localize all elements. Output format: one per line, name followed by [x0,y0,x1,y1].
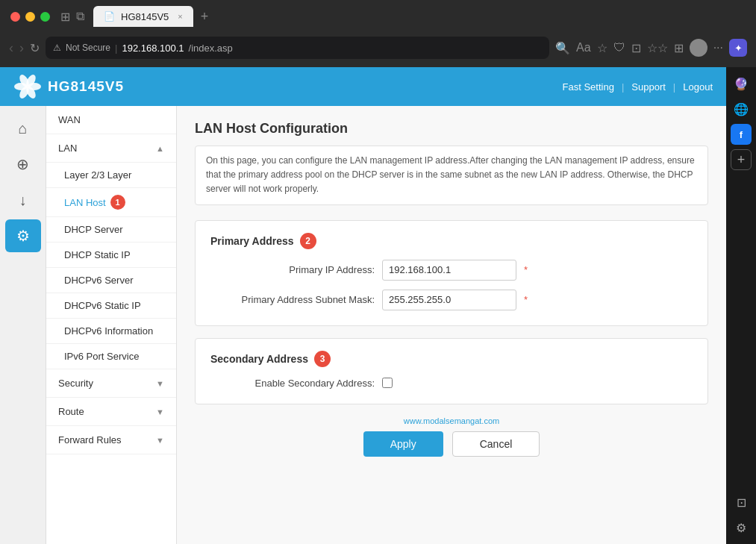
apply-button[interactable]: Apply [363,431,443,457]
primary-ip-row: Primary IP Address: * [210,260,693,281]
sidebar-icon-plus[interactable]: ⊕ [5,148,41,181]
nav-sub-dhcpv6info[interactable]: DHCPv6 Information [46,319,176,344]
ext-btn-add[interactable]: + [731,149,752,170]
route-arrow-icon: ▼ [156,407,164,416]
browser-action-translate[interactable]: Aa [576,41,591,54]
ext-btn-2[interactable]: 🌐 [731,99,752,119]
primary-ip-input[interactable] [382,260,516,281]
secondary-section-title: Secondary Address [210,353,308,365]
tab-split-icon[interactable]: ⧉ [76,10,84,23]
svg-point-5 [14,83,28,90]
url-separator: | [115,43,117,54]
right-extension-sidebar: 🔮 🌐 f + ⊡ ⚙ [726,67,756,544]
back-btn[interactable]: ‹ [9,40,13,56]
address-bar[interactable]: ⚠ Not Secure | 192.168.100.1 /index.asp [46,37,549,59]
huawei-logo-icon [13,72,42,101]
header-sep2: | [673,81,675,93]
nav-sub-dhcpstaticip[interactable]: DHCP Static IP [46,243,176,268]
step-badge-1: 1 [110,195,125,210]
enable-secondary-checkbox[interactable] [382,378,393,388]
nav-sub-dhcpv6server[interactable]: DHCPv6 Server [46,268,176,293]
browser-chrome: ⊞ ⧉ 📄 HG8145V5 × + ‹ › ↻ ⚠ Not Secure | … [0,0,756,67]
nav-menu: WAN LAN ▲ Layer 2/3 Layer LAN Host 1 DHC… [46,106,177,544]
enable-secondary-label: Enable Secondary Address: [210,378,375,389]
app-container: HG8145V5 Fast Setting | Support | Logout… [0,67,726,544]
browser-action-favorites[interactable]: ☆☆ [647,41,668,55]
support-link[interactable]: Support [631,81,666,93]
browser-action-profile[interactable] [690,39,707,57]
huawei-logo: HG8145V5 [13,72,124,101]
traffic-light-red[interactable] [10,12,20,22]
nav-item-security[interactable]: Security ▼ [46,369,176,398]
ext-btn-gear[interactable]: ⚙ [731,517,752,538]
app-body: ⌂ ⊕ ↓ ⚙ WAN LAN ▲ Layer 2/3 Layer LAN Ho… [0,106,726,544]
browser-action-extension[interactable]: ✦ [729,39,747,57]
traffic-light-green[interactable] [40,12,50,22]
browser-action-collections[interactable]: ⊞ [674,41,684,55]
nav-sub-ipv6port[interactable]: IPv6 Port Service [46,344,176,369]
tab-close-btn[interactable]: × [178,12,182,21]
primary-section-title: Primary Address [210,235,294,247]
address-bar-row: ‹ › ↻ ⚠ Not Secure | 192.168.100.1 /inde… [0,33,756,63]
enable-secondary-row: Enable Secondary Address: [210,378,693,389]
lan-arrow-icon: ▲ [156,144,164,153]
primary-subnet-row: Primary Address Subnet Mask: * [210,290,693,310]
forward-btn[interactable]: › [19,40,24,56]
logout-link[interactable]: Logout [683,81,713,93]
traffic-lights [10,12,50,22]
traffic-light-yellow[interactable] [25,12,35,22]
header-nav: Fast Setting | Support | Logout [563,81,713,93]
primary-ip-required: * [524,264,528,275]
ext-btn-frame[interactable]: ⊡ [731,492,752,513]
browser-action-bookmark[interactable]: ☆ [597,41,607,55]
tab-bar: 📄 HG8145V5 × + [93,6,213,27]
step-badge-2: 2 [300,233,316,249]
url-domain: 192.168.100.1 [122,43,184,54]
page-description: On this page, you can configure the LAN … [195,146,708,205]
page-title: LAN Host Configuration [195,121,708,137]
logo-text: HG8145V5 [48,78,124,95]
tab-title: HG8145V5 [121,11,169,22]
nav-sub-dhcpserver[interactable]: DHCP Server [46,217,176,243]
icon-sidebar: ⌂ ⊕ ↓ ⚙ [0,106,46,544]
browser-action-search[interactable]: 🔍 [555,41,570,55]
sidebar-icon-home[interactable]: ⌂ [5,112,41,145]
not-secure-label: Not Secure [66,43,110,53]
secondary-section-title-row: Secondary Address 3 [210,351,693,367]
primary-subnet-input[interactable] [382,290,516,310]
nav-item-wan[interactable]: WAN [46,106,176,134]
sidebar-icon-download[interactable]: ↓ [5,184,41,216]
title-bar: ⊞ ⧉ 📄 HG8145V5 × + [0,0,756,33]
browser-action-splitview[interactable]: ⊡ [631,41,641,55]
header-sep1: | [622,81,624,93]
fast-setting-link[interactable]: Fast Setting [563,81,614,93]
browser-action-more[interactable]: ··· [713,41,723,54]
ext-btn-3[interactable]: f [731,124,752,145]
watermark-text: www.modalsemangat.com [195,416,708,425]
primary-subnet-label: Primary Address Subnet Mask: [210,294,375,305]
nav-item-route[interactable]: Route ▼ [46,398,176,426]
app-header: HG8145V5 Fast Setting | Support | Logout [0,67,726,106]
browser-sidebar-toggle[interactable]: ⊞ [60,10,70,24]
nav-sub-dhcpv6staticip[interactable]: DHCPv6 Static IP [46,293,176,319]
nav-sub-lanhost[interactable]: LAN Host 1 [46,188,176,217]
browser-action-shield[interactable]: 🛡 [613,41,625,54]
new-tab-btn[interactable]: + [196,9,213,25]
ext-btn-1[interactable]: 🔮 [731,73,752,94]
url-path: /index.asp [189,43,233,54]
primary-ip-label: Primary IP Address: [210,264,375,275]
active-tab[interactable]: 📄 HG8145V5 × [93,6,193,27]
sidebar-icon-settings[interactable]: ⚙ [5,219,41,252]
nav-item-lan[interactable]: LAN ▲ [46,134,176,163]
primary-subnet-required: * [524,294,528,305]
cancel-button[interactable]: Cancel [452,431,540,457]
action-buttons: Apply Cancel [195,431,708,457]
forward-rules-arrow-icon: ▼ [156,436,164,445]
refresh-btn[interactable]: ↻ [30,41,40,55]
tab-favicon: 📄 [104,11,115,22]
content-area: LAN Host Configuration On this page, you… [177,106,726,544]
step-badge-3: 3 [314,351,331,367]
nav-sub-layer23[interactable]: Layer 2/3 Layer [46,163,176,188]
nav-item-forward-rules[interactable]: Forward Rules ▼ [46,426,176,454]
security-arrow-icon: ▼ [156,379,164,388]
